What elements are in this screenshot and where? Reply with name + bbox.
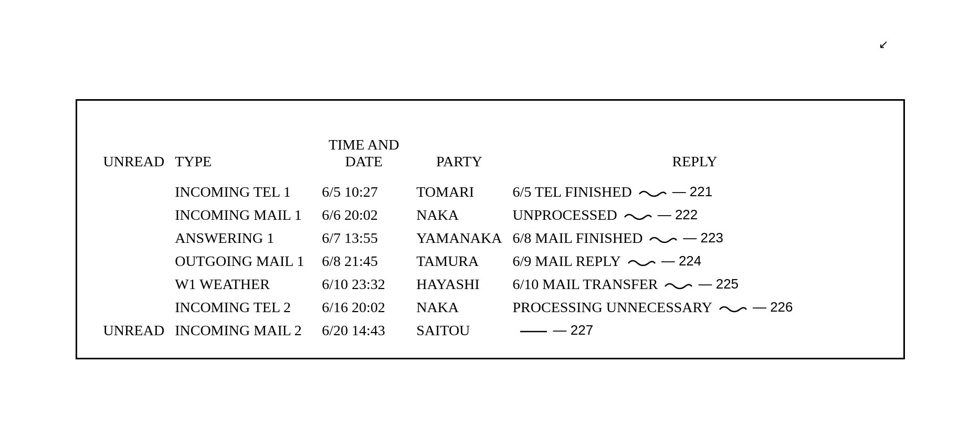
cell-type: INCOMING TEL 1 xyxy=(170,180,317,204)
reply-text: UNPROCESSED xyxy=(513,207,617,223)
wave-icon xyxy=(624,210,652,220)
table-row: OUTGOING MAIL 16/8 21:45TAMURA6/9 MAIL R… xyxy=(98,250,882,273)
ref-number: — 221 xyxy=(672,184,713,200)
cell-unread xyxy=(98,180,170,204)
cell-timedate: 6/5 10:27 xyxy=(317,180,411,204)
cell-party: TAMURA xyxy=(411,250,507,273)
cell-timedate: 6/8 21:45 xyxy=(317,250,411,273)
ref-number: — 223 xyxy=(683,230,723,246)
cell-reply: UNPROCESSED — 222 xyxy=(508,204,882,227)
cell-timedate: 6/7 13:55 xyxy=(317,227,411,250)
reply-text: PROCESSING UNNECESSARY xyxy=(513,299,712,316)
cell-reply: PROCESSING UNNECESSARY — 226 xyxy=(508,296,882,319)
cell-party: SAITOU xyxy=(411,319,507,342)
wave-icon xyxy=(638,187,667,197)
table-row: W1 WEATHER6/10 23:32HAYASHI6/10 MAIL TRA… xyxy=(98,273,882,296)
cell-timedate: 6/6 20:02 xyxy=(317,204,411,227)
info-history-table: UNREAD TYPE TIME ANDDATE PARTY REPLY INC… xyxy=(98,132,882,342)
cell-party: HAYASHI xyxy=(411,273,507,296)
cell-unread xyxy=(98,227,170,250)
reply-text: 6/9 MAIL REPLY xyxy=(513,253,621,270)
cell-timedate: 6/10 23:32 xyxy=(317,273,411,296)
wave-icon xyxy=(519,325,548,336)
cell-type: INCOMING MAIL 2 xyxy=(170,319,317,342)
cell-type: INCOMING MAIL 1 xyxy=(170,204,317,227)
cell-timedate: 6/20 14:43 xyxy=(317,319,411,342)
cell-reply: 6/5 TEL FINISHED — 221 xyxy=(508,180,882,204)
main-container: UNREAD TYPE TIME ANDDATE PARTY REPLY INC… xyxy=(76,99,905,359)
cell-unread xyxy=(98,250,170,273)
table-row: INCOMING MAIL 16/6 20:02NAKAUNPROCESSED … xyxy=(98,204,882,227)
wave-icon xyxy=(649,233,678,243)
wave-icon xyxy=(664,279,693,290)
ref-number: — 224 xyxy=(661,253,702,269)
cell-type: OUTGOING MAIL 1 xyxy=(170,250,317,273)
table-row: ANSWERING 16/7 13:55YAMANAKA6/8 MAIL FIN… xyxy=(98,227,882,250)
ref-number: — 222 xyxy=(658,207,698,223)
cell-reply: 6/9 MAIL REPLY — 224 xyxy=(508,250,882,273)
cell-reply: — 227 xyxy=(508,319,882,342)
col-header-timedate: TIME ANDDATE xyxy=(317,132,411,180)
cell-type: INCOMING TEL 2 xyxy=(170,296,317,319)
ref-number: — 226 xyxy=(753,299,793,315)
table-row: INCOMING TEL 26/16 20:02NAKAPROCESSING U… xyxy=(98,296,882,319)
col-header-unread: UNREAD xyxy=(98,132,170,180)
reply-text: 6/10 MAIL TRANSFER xyxy=(513,276,658,293)
cell-type: W1 WEATHER xyxy=(170,273,317,296)
cell-party: NAKA xyxy=(411,204,507,227)
cell-timedate: 6/16 20:02 xyxy=(317,296,411,319)
cell-party: YAMANAKA xyxy=(411,227,507,250)
cell-unread xyxy=(98,296,170,319)
col-header-party: PARTY xyxy=(411,132,507,180)
reply-text: 6/8 MAIL FINISHED xyxy=(513,230,643,247)
reply-text: 6/5 TEL FINISHED xyxy=(513,184,632,200)
diagram-number-arrow: ↙ xyxy=(879,38,888,51)
table-row: UNREADINCOMING MAIL 26/20 14:43SAITOU — … xyxy=(98,319,882,342)
cell-type: ANSWERING 1 xyxy=(170,227,317,250)
ref-number: — 227 xyxy=(553,322,594,338)
ref-number: — 225 xyxy=(698,276,739,292)
cell-unread xyxy=(98,273,170,296)
cell-party: TOMARI xyxy=(411,180,507,204)
col-header-reply: REPLY xyxy=(508,132,882,180)
cell-party: NAKA xyxy=(411,296,507,319)
cell-reply: 6/8 MAIL FINISHED — 223 xyxy=(508,227,882,250)
wave-icon xyxy=(627,256,656,267)
cell-unread: UNREAD xyxy=(98,319,170,342)
cell-reply: 6/10 MAIL TRANSFER — 225 xyxy=(508,273,882,296)
col-header-type: TYPE xyxy=(170,132,317,180)
wave-icon xyxy=(719,302,747,313)
table-row: INCOMING TEL 16/5 10:27TOMARI6/5 TEL FIN… xyxy=(98,180,882,204)
cell-unread xyxy=(98,204,170,227)
